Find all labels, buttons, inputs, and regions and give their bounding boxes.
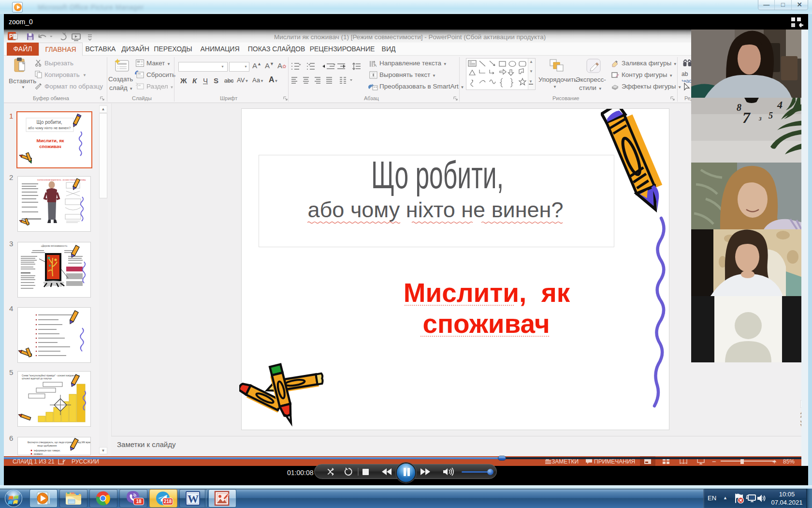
svg-text:Експерти стверджують, що люди: Експерти стверджують, що люди отримують … <box>28 441 90 444</box>
svg-text:розваги;: розваги; <box>34 452 43 455</box>
svg-text:або чому ніхто не винен?: або чому ніхто не винен? <box>28 126 71 130</box>
svg-text:4: 4 <box>777 99 783 111</box>
svg-text:7: 7 <box>742 109 751 126</box>
svg-text:P: P <box>9 33 13 40</box>
svg-text:цільової аудиторії до покупця: цільової аудиторії до покупця <box>22 377 52 380</box>
svg-text:W: W <box>188 493 199 505</box>
svg-text:Мислити, як: Мислити, як <box>37 138 64 143</box>
svg-text:споживач: споживач <box>39 144 61 149</box>
svg-text:«Дерево впізнаваності»: «Дерево впізнаваності» <box>41 244 67 247</box>
svg-text:Що робити,: Що робити, <box>36 120 62 125</box>
svg-text:якщо здобування:: якщо здобування: <box>37 444 57 447</box>
svg-text:Схема "консультаційної пірамід: Схема "консультаційної піраміди" - основ… <box>22 374 80 377</box>
svg-text:8: 8 <box>737 102 741 113</box>
svg-text:3: 3 <box>758 116 762 121</box>
svg-text:A: A <box>374 63 377 68</box>
svg-text:5: 5 <box>768 111 773 120</box>
svg-text:інформація про товари;: інформація про товари; <box>34 449 60 452</box>
